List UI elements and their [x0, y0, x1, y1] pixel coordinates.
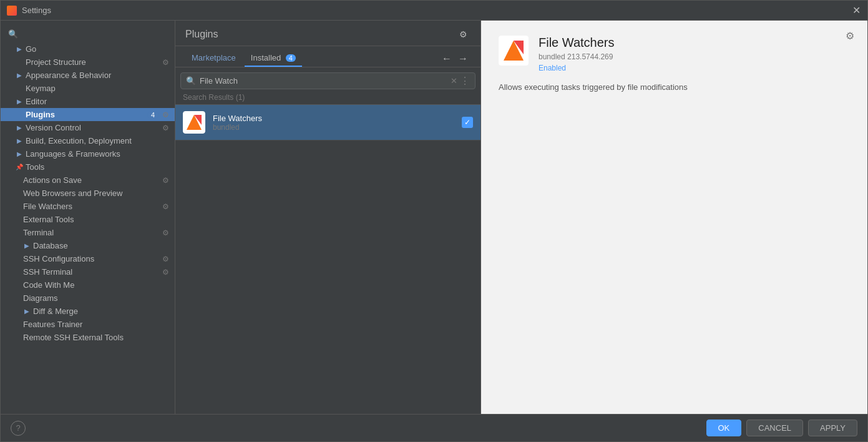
pin-icon: 📌 — [16, 164, 23, 171]
plugin-detail-header: File Watchers bundled 213.5744.269 Enabl… — [499, 36, 850, 72]
sidebar-item-project-structure[interactable]: ▶ Project Structure ⚙ — [1, 56, 175, 69]
sidebar-item-go[interactable]: ▶ Go — [1, 42, 175, 56]
sidebar-label: Tools — [26, 162, 170, 172]
sidebar-item-web-browsers[interactable]: Web Browsers and Preview — [1, 187, 175, 200]
arrow-icon: ▶ — [16, 46, 23, 53]
plugin-checkbox[interactable]: ✓ — [462, 117, 473, 128]
gear-icon: ⚙ — [161, 176, 170, 185]
window-title: Settings — [22, 6, 851, 15]
plugin-item-file-watchers[interactable]: File Watchers bundled ✓ — [175, 105, 480, 140]
more-options-icon[interactable]: ⋮ — [460, 75, 470, 87]
sidebar-label: Actions on Save — [23, 175, 161, 185]
gear-icon: ⚙ — [161, 124, 170, 132]
back-arrow[interactable]: ← — [439, 51, 454, 66]
arrow-icon: ▶ — [16, 137, 23, 145]
arrow-icon: ▶ — [16, 72, 23, 79]
sidebar-label: File Watchers — [23, 202, 161, 211]
plugins-tabs: Marketplace Installed 4 ← → — [175, 46, 480, 67]
plugin-info: File Watchers bundled — [213, 114, 462, 132]
close-button[interactable]: ✕ — [851, 6, 861, 16]
plugin-detail-panel: ⚙ File Watchers bundled 213.5744.269 Ena… — [481, 21, 867, 414]
installed-badge: 4 — [286, 54, 296, 62]
sidebar-item-tools[interactable]: 📌 Tools — [1, 160, 175, 174]
sidebar-label: Editor — [26, 97, 170, 106]
tab-installed[interactable]: Installed 4 — [245, 50, 302, 67]
installed-label: Installed — [251, 53, 281, 62]
sidebar-label: Build, Execution, Deployment — [26, 136, 170, 145]
sidebar-item-terminal[interactable]: Terminal ⚙ — [1, 226, 175, 239]
sidebar-item-ssh-config[interactable]: SSH Configurations ⚙ — [1, 252, 175, 265]
plugin-list: File Watchers bundled ✓ — [175, 105, 480, 414]
gear-icon: ⚙ — [161, 110, 170, 119]
panel-actions: ⚙ — [456, 27, 471, 42]
settings-icon[interactable]: ⚙ — [456, 27, 471, 42]
clear-icon[interactable]: ✕ — [451, 76, 457, 86]
plugins-search-input[interactable] — [200, 76, 451, 86]
title-bar: Settings ✕ — [1, 1, 867, 21]
sidebar-label: Database — [33, 241, 170, 250]
plugin-icon — [183, 111, 205, 134]
detail-settings-icon[interactable]: ⚙ — [842, 28, 857, 43]
sidebar-label: Diff & Merge — [33, 307, 170, 316]
sidebar-label: Web Browsers and Preview — [23, 189, 170, 198]
nav-arrows: ← → — [439, 51, 471, 66]
main-content: 🔍 ▶ Go ▶ Project Structure ⚙ ▶ Appearanc… — [1, 21, 867, 414]
arrow-icon: ▶ — [23, 308, 31, 315]
sidebar-item-external-tools[interactable]: External Tools — [1, 213, 175, 226]
sidebar-item-plugins[interactable]: ▶ Plugins 4 ⚙ — [1, 108, 175, 121]
sidebar-search[interactable]: 🔍 — [1, 26, 175, 42]
arrow-icon: ▶ — [23, 242, 31, 250]
arrow-icon: ▶ — [16, 150, 23, 158]
plugin-detail-info: File Watchers bundled 213.5744.269 Enabl… — [539, 36, 615, 72]
apply-button[interactable]: APPLY — [808, 420, 857, 436]
ok-button[interactable]: OK — [706, 420, 742, 436]
help-button[interactable]: ? — [11, 421, 26, 436]
plugins-badge: 4 — [147, 111, 158, 119]
sidebar-item-file-watchers[interactable]: File Watchers ⚙ — [1, 200, 175, 213]
settings-window: Settings ✕ 🔍 ▶ Go ▶ Project Structure ⚙ … — [0, 0, 868, 442]
sidebar-item-ssh-terminal[interactable]: SSH Terminal ⚙ — [1, 265, 175, 278]
sidebar-item-editor[interactable]: ▶ Editor — [1, 95, 175, 108]
detail-plugin-status: Enabled — [539, 64, 615, 72]
sidebar-label: Languages & Frameworks — [26, 149, 170, 159]
sidebar-label: Go — [26, 44, 170, 54]
sidebar-label: Plugins — [26, 110, 147, 119]
sidebar-label: Code With Me — [23, 280, 170, 290]
plugin-detail-content: ⚙ File Watchers bundled 213.5744.269 Ena… — [481, 21, 867, 414]
tab-marketplace[interactable]: Marketplace — [185, 50, 242, 67]
sidebar-label: Terminal — [23, 228, 161, 237]
sidebar-item-diagrams[interactable]: Diagrams — [1, 292, 175, 305]
sidebar-item-diff-merge[interactable]: ▶ Diff & Merge — [1, 305, 175, 318]
sidebar-item-appearance[interactable]: ▶ Appearance & Behavior — [1, 69, 175, 82]
sidebar-label: Features Trainer — [23, 320, 170, 329]
sidebar-item-version-control[interactable]: ▶ Version Control ⚙ — [1, 121, 175, 134]
search-results-label: Search Results (1) — [175, 89, 480, 105]
sidebar: 🔍 ▶ Go ▶ Project Structure ⚙ ▶ Appearanc… — [1, 21, 175, 414]
sidebar-item-code-with-me[interactable]: Code With Me — [1, 278, 175, 292]
gear-icon: ⚙ — [161, 228, 170, 237]
sidebar-item-keymap[interactable]: ▶ Keymap — [1, 82, 175, 95]
search-icon: 🔍 — [186, 76, 196, 86]
cancel-button[interactable]: CANCEL — [746, 420, 803, 436]
sidebar-item-languages[interactable]: ▶ Languages & Frameworks — [1, 147, 175, 160]
detail-plugin-version: bundled 213.5744.269 — [539, 52, 615, 61]
forward-arrow[interactable]: → — [456, 51, 471, 66]
plugin-sub: bundled — [213, 123, 462, 132]
sidebar-item-actions-save[interactable]: Actions on Save ⚙ — [1, 174, 175, 187]
bottom-left: ? — [11, 421, 701, 436]
gear-icon: ⚙ — [161, 58, 170, 67]
panel-title: Plugins — [185, 29, 456, 40]
detail-plugin-name: File Watchers — [539, 36, 615, 50]
plugin-detail-icon — [499, 36, 529, 66]
plugin-name: File Watchers — [213, 114, 462, 123]
search-icon: 🔍 — [8, 29, 18, 39]
sidebar-item-features-trainer[interactable]: Features Trainer — [1, 318, 175, 331]
marketplace-label: Marketplace — [192, 53, 236, 62]
sidebar-item-build[interactable]: ▶ Build, Execution, Deployment — [1, 134, 175, 147]
sidebar-label: Version Control — [26, 123, 161, 132]
sidebar-item-remote-ssh[interactable]: Remote SSH External Tools — [1, 331, 175, 344]
sidebar-label: Keymap — [26, 84, 170, 93]
plugins-search-bar: 🔍 ✕ ⋮ — [180, 72, 475, 89]
sidebar-item-database[interactable]: ▶ Database — [1, 239, 175, 252]
sidebar-label: Diagrams — [23, 293, 170, 303]
